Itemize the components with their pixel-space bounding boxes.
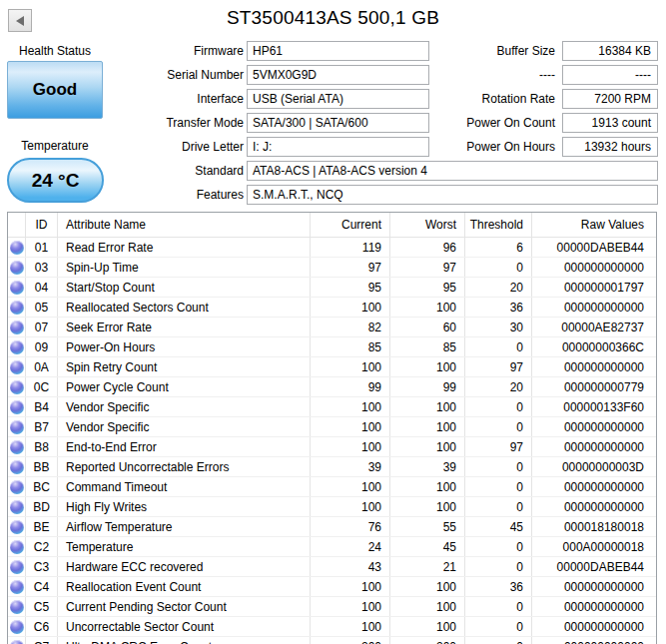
status-cell [8,278,26,297]
cell-worst: 39 [390,457,465,476]
cell-name: Hardware ECC recovered [58,557,311,576]
status-cell [8,298,26,317]
cell-current: 24 [311,537,390,556]
smart-row-04[interactable]: 04Start/Stop Count959520000000001797 [8,278,656,298]
status-cell [8,437,26,456]
cell-current: 39 [311,457,390,476]
cell-raw: 00000000003D [532,457,656,476]
smart-row-C5[interactable]: C5Current Pending Sector Count1001000000… [8,597,656,617]
header-Raw Values[interactable]: Raw Values [532,213,656,237]
counter-field-row: Power On Count1913 count [439,113,658,133]
cell-threshold: 20 [465,278,532,297]
cell-current: 100 [311,597,390,616]
field-label: ---- [439,65,562,85]
disk-title: ST3500413AS 500,1 GB [0,7,666,29]
status-cell [8,497,26,516]
cell-current: 100 [311,437,390,456]
status-orb-icon [10,480,24,494]
cell-worst: 100 [390,437,465,456]
cell-name: Reallocated Sectors Count [58,298,311,317]
header-Threshold[interactable]: Threshold [465,213,532,237]
field-value-box: SATA/300 | SATA/600 [247,113,429,133]
status-cell [8,537,26,556]
status-orb-icon [10,540,24,554]
header-status[interactable] [8,213,26,237]
cell-current: 100 [311,617,390,636]
cell-name: Command Timeout [58,477,311,496]
field-value: 5VMX0G9D [253,68,317,82]
cell-current: 100 [311,477,390,496]
smart-row-BB[interactable]: BBReported Uncorrectable Errors393900000… [8,457,656,477]
smart-row-C2[interactable]: C2Temperature24450000A00000018 [8,537,656,557]
status-orb-icon [10,520,24,534]
cell-current: 100 [311,497,390,516]
cell-worst: 100 [390,397,465,416]
smart-row-03[interactable]: 03Spin-Up Time97970000000000000 [8,258,656,278]
header-Worst[interactable]: Worst [390,213,465,237]
smart-row-C6[interactable]: C6Uncorrectable Sector Count100100000000… [8,617,656,637]
status-orb-icon [10,301,24,315]
field-value-box: 16384 KB [562,41,658,61]
cell-threshold: 0 [465,337,532,356]
cell-current: 100 [311,417,390,436]
smart-row-BE[interactable]: BEAirflow Temperature765545000018180018 [8,517,656,537]
cell-name: Read Error Rate [58,238,311,257]
smart-row-B8[interactable]: B8End-to-End Error10010097000000000000 [8,437,656,457]
cell-name: High Fly Writes [58,497,311,516]
status-orb-icon [10,321,24,334]
smart-row-C7[interactable]: C7UltraDMA CRC Error Count20020000000000… [8,637,656,644]
field-label: Features [0,185,247,205]
smart-row-BC[interactable]: BCCommand Timeout1001000000000000000 [8,477,656,497]
cell-id: B8 [26,437,58,456]
header-ID[interactable]: ID [26,213,58,237]
cell-worst: 99 [390,377,465,396]
status-cell [8,517,26,536]
smart-row-0C[interactable]: 0CPower Cycle Count999920000000000779 [8,377,656,397]
status-cell [8,417,26,436]
cell-threshold: 0 [465,258,532,277]
smart-row-B7[interactable]: B7Vendor Specific1001000000000000000 [8,417,656,437]
status-cell [8,377,26,396]
smart-table-header: IDAttribute NameCurrentWorstThresholdRaw… [8,213,656,238]
smart-row-05[interactable]: 05Reallocated Sectors Count1001003600000… [8,298,656,318]
smart-row-01[interactable]: 01Read Error Rate11996600000DABEB44 [8,238,656,258]
cell-id: C3 [26,557,58,576]
status-orb-icon [10,560,24,574]
smart-row-C4[interactable]: C4Reallocation Event Count10010036000000… [8,577,656,597]
status-cell [8,397,26,416]
header-Current[interactable]: Current [311,213,390,237]
status-orb-icon [10,400,24,414]
field-value: 16384 KB [598,44,651,58]
cell-raw: 000A00000018 [532,537,656,556]
smart-row-0A[interactable]: 0ASpin Retry Count10010097000000000000 [8,357,656,377]
smart-row-07[interactable]: 07Seek Error Rate82603000000AE82737 [8,318,656,337]
cell-id: BE [26,517,58,536]
cell-id: 05 [26,298,58,317]
status-cell [8,318,26,336]
header-Attribute Name[interactable]: Attribute Name [58,213,311,237]
cell-worst: 85 [390,337,465,356]
smart-row-B4[interactable]: B4Vendor Specific1001000000000133F60 [8,397,656,417]
cell-threshold: 0 [465,637,532,644]
field-value-box: S.M.A.R.T., NCQ [247,185,658,205]
cell-raw: 000000001797 [532,278,656,297]
cell-id: C5 [26,597,58,616]
smart-row-BD[interactable]: BDHigh Fly Writes1001000000000000000 [8,497,656,517]
cell-raw: 000000000000 [532,577,656,596]
field-value: SATA/300 | SATA/600 [253,116,368,130]
counter-field-row: Power On Hours13932 hours [439,137,658,157]
cell-threshold: 6 [465,238,532,257]
smart-row-09[interactable]: 09Power-On Hours8585000000000366C [8,337,656,357]
cell-worst: 100 [390,617,465,636]
cell-name: Current Pending Sector Count [58,597,311,616]
smart-row-C3[interactable]: C3Hardware ECC recovered4321000000DABEB4… [8,557,656,577]
cell-name: UltraDMA CRC Error Count [58,637,311,644]
cell-threshold: 36 [465,577,532,596]
cell-id: 03 [26,258,58,277]
cell-threshold: 0 [465,417,532,436]
cell-worst: 60 [390,318,465,336]
status-orb-icon [10,600,24,614]
cell-id: C7 [26,637,58,644]
status-orb-icon [10,580,24,594]
cell-id: BD [26,497,58,516]
